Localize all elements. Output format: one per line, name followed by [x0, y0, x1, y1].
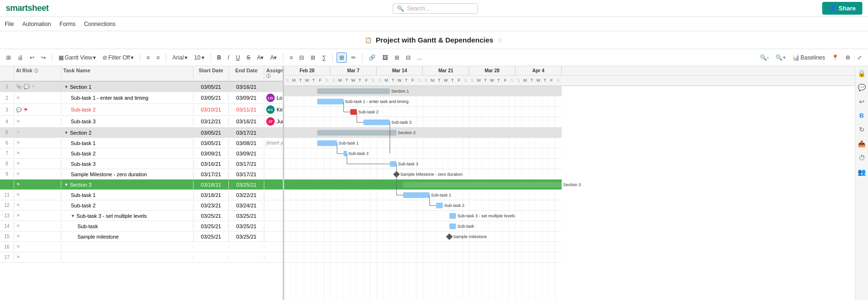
- table-row[interactable]: 5⚑▼Section 203/05/2103/17/219d: [0, 128, 283, 138]
- table-row[interactable]: 4⚑Sub-task 303/12/2103/16/21JTJune Taylo…: [0, 116, 283, 128]
- toolbar-redo-icon[interactable]: ↪: [39, 53, 48, 62]
- gantt-bar[interactable]: [436, 203, 443, 208]
- table-button[interactable]: ⊞: [392, 53, 402, 62]
- right-icon-lock[interactable]: 🔒: [856, 68, 867, 78]
- end-date-cell[interactable]: 03/24/21: [229, 201, 264, 210]
- end-date-cell[interactable]: 03/17/21: [229, 129, 264, 137]
- end-date-cell[interactable]: 03/09/21: [229, 94, 264, 102]
- zoom-out-button[interactable]: 🔍-: [758, 53, 771, 62]
- assigned-to-cell[interactable]: [264, 152, 283, 155]
- right-icon-upload[interactable]: 📤: [856, 138, 867, 149]
- collapse-icon[interactable]: ▼: [71, 214, 75, 218]
- align-left-button[interactable]: ≡: [144, 53, 152, 62]
- columns-button[interactable]: ⊟: [404, 53, 413, 62]
- toolbar-print-icon[interactable]: 🖨: [15, 53, 25, 62]
- end-date-cell[interactable]: [229, 246, 264, 249]
- start-date-cell[interactable]: 03/05/21: [194, 139, 229, 147]
- table-row[interactable]: 10⚑▼Section 303/18/2103/25/216d: [0, 180, 283, 190]
- flag-icon[interactable]: ⚑: [16, 140, 20, 146]
- flag-icon[interactable]: ⚑: [16, 203, 20, 208]
- flag-icon[interactable]: ⚑: [16, 130, 20, 135]
- table-row[interactable]: 13⚑▼Sub-task 3 - set multiple levels03/2…: [0, 211, 283, 221]
- start-date-cell[interactable]: 03/16/21: [194, 160, 229, 168]
- end-date-cell[interactable]: [229, 256, 264, 259]
- font-size-selector[interactable]: 10 ▾: [192, 53, 206, 62]
- comment-icon[interactable]: 💬: [24, 84, 29, 89]
- zoom-in-button[interactable]: 🔍+: [773, 53, 788, 62]
- flag-icon[interactable]: ⚑: [16, 161, 20, 166]
- start-date-cell[interactable]: 03/25/21: [194, 212, 229, 220]
- settings-button[interactable]: ⚙: [843, 53, 853, 62]
- assigned-to-cell[interactable]: [264, 235, 283, 238]
- gantt-bar[interactable]: [390, 161, 396, 167]
- end-date-cell[interactable]: 03/16/21: [229, 83, 264, 91]
- end-date-cell[interactable]: 03/25/21: [229, 232, 264, 241]
- toolbar-undo-icon[interactable]: ↩: [27, 53, 37, 62]
- italic-button[interactable]: I: [225, 53, 231, 62]
- flag-icon[interactable]: ⚑: [16, 234, 20, 239]
- right-icon-refresh[interactable]: ↻: [858, 124, 866, 135]
- end-date-cell[interactable]: 03/09/21: [229, 149, 264, 158]
- assigned-to-cell[interactable]: [264, 204, 283, 207]
- start-date-cell[interactable]: 03/25/21: [194, 232, 229, 241]
- strikethrough-button[interactable]: S: [244, 53, 253, 62]
- start-date-cell[interactable]: 03/05/21: [194, 83, 229, 91]
- collapse-icon[interactable]: ▼: [64, 182, 68, 187]
- end-date-cell[interactable]: 03/11/21: [229, 105, 264, 114]
- start-date-cell[interactable]: 03/10/21: [194, 105, 229, 114]
- start-date-cell[interactable]: 03/17/21: [194, 170, 229, 179]
- attachment-icon[interactable]: 📎: [16, 84, 22, 89]
- font-selector[interactable]: Arial ▾: [170, 53, 190, 62]
- end-date-cell[interactable]: 03/25/21: [229, 212, 264, 220]
- assigned-to-cell[interactable]: [264, 256, 283, 259]
- flag-icon[interactable]: ⚑: [16, 151, 20, 156]
- flag-icon[interactable]: ⚑: [16, 213, 20, 218]
- align-v-button[interactable]: ⊟: [297, 53, 306, 62]
- end-date-cell[interactable]: 03/17/21: [229, 160, 264, 168]
- flag-icon[interactable]: ⚑: [16, 192, 20, 197]
- image-button[interactable]: 🖼: [380, 53, 390, 62]
- start-date-cell[interactable]: [194, 256, 229, 259]
- gantt-bar[interactable]: [317, 130, 396, 136]
- gantt-bar[interactable]: [403, 182, 562, 188]
- fullscreen-button[interactable]: ⤢: [855, 53, 864, 62]
- table-row[interactable]: 12⚑Sub-task 203/23/2103/24/212d: [0, 200, 283, 211]
- start-date-cell[interactable]: 03/05/21: [194, 94, 229, 102]
- start-date-cell[interactable]: [194, 246, 229, 249]
- end-date-cell[interactable]: 03/22/21: [229, 191, 264, 199]
- search-box[interactable]: 🔍 Search...: [393, 3, 478, 14]
- assigned-to-cell[interactable]: LGLori Garcia: [264, 92, 283, 103]
- collapse-icon[interactable]: ▼: [64, 85, 68, 89]
- task-name-cell[interactable]: ▼Section 2: [61, 129, 194, 137]
- table-row[interactable]: 16⚑: [0, 242, 283, 252]
- task-name-cell[interactable]: Sub-task 2: [61, 105, 194, 114]
- end-date-cell[interactable]: 03/17/21: [229, 170, 264, 179]
- right-icon-b[interactable]: B: [858, 111, 865, 120]
- assigned-to-cell[interactable]: [264, 214, 283, 217]
- flag-icon[interactable]: ⚑: [16, 182, 20, 187]
- start-date-cell[interactable]: 03/05/21: [194, 129, 229, 137]
- end-date-cell[interactable]: 03/25/21: [229, 222, 264, 231]
- task-name-cell[interactable]: Sample Milestone - zero duration: [61, 170, 194, 179]
- toolbar-grid-icon[interactable]: ⊞: [4, 53, 13, 62]
- assigned-to-cell[interactable]: [264, 86, 283, 88]
- task-name-cell[interactable]: Sub-task 2: [61, 201, 194, 210]
- task-name-cell[interactable]: Sub-task: [61, 222, 194, 231]
- menu-forms[interactable]: Forms: [59, 21, 76, 27]
- task-name-cell[interactable]: Sub-task 2: [61, 149, 194, 158]
- start-date-cell[interactable]: 03/18/21: [194, 180, 229, 189]
- assigned-to-cell[interactable]: JTJune Taylor: [264, 116, 283, 127]
- table-row[interactable]: 2⚑Sub-task 1 - enter task and timing03/0…: [0, 92, 283, 104]
- assigned-to-cell[interactable]: [264, 163, 283, 165]
- task-name-cell[interactable]: ▼Section 3: [61, 180, 194, 189]
- assigned-to-cell[interactable]: [264, 183, 283, 186]
- grid-view-button[interactable]: ⊞: [337, 52, 347, 63]
- start-date-cell[interactable]: 03/18/21: [194, 191, 229, 199]
- comment-icon[interactable]: 💬: [16, 107, 22, 112]
- link-button[interactable]: 🔗: [366, 53, 378, 62]
- gantt-bar[interactable]: [363, 120, 390, 125]
- task-name-cell[interactable]: Sub-task 1: [61, 191, 194, 199]
- gantt-bar[interactable]: [344, 151, 347, 156]
- start-date-cell[interactable]: 03/09/21: [194, 149, 229, 158]
- assigned-to-cell[interactable]: {insert your name}: [264, 139, 283, 147]
